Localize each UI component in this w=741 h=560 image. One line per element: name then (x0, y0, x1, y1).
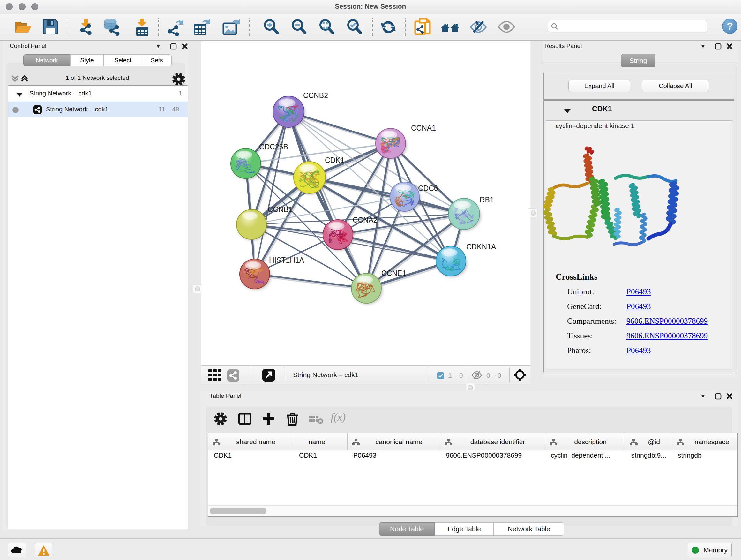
svg-text:CCNE1: CCNE1 (381, 269, 406, 277)
svg-text:CDC25B: CDC25B (259, 143, 288, 151)
svg-text:HIST1H1A: HIST1H1A (269, 256, 305, 264)
svg-text:RB1: RB1 (480, 196, 494, 204)
svg-text:CCNA1: CCNA1 (411, 124, 436, 132)
svg-text:CCNA2: CCNA2 (353, 216, 378, 224)
svg-text:CCNB1: CCNB1 (268, 205, 293, 213)
svg-text:CCNB2: CCNB2 (303, 91, 328, 100)
svg-text:CDC6: CDC6 (418, 184, 438, 192)
svg-text:CDKN1A: CDKN1A (466, 243, 496, 251)
svg-text:CDK1: CDK1 (325, 156, 344, 165)
